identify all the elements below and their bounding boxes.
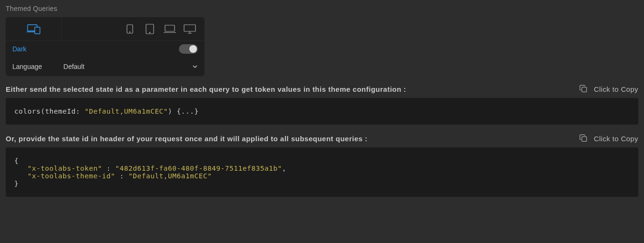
device-icons-group bbox=[124, 23, 196, 35]
language-row: Language Default bbox=[6, 57, 205, 76]
svg-point-4 bbox=[129, 31, 130, 32]
tablet-icon[interactable] bbox=[144, 23, 156, 35]
desc-row-1: Either send the selected state id as a p… bbox=[6, 85, 638, 93]
code-rest: {...} bbox=[172, 107, 198, 115]
dark-label: Dark bbox=[12, 45, 27, 53]
code-block-2: { "x-toolabs-token" : "482d613f-fa60-480… bbox=[6, 147, 638, 197]
code-param: themeId bbox=[45, 107, 76, 115]
copy-label: Click to Copy bbox=[594, 85, 638, 93]
desc-text-1: Either send the selected state id as a p… bbox=[6, 85, 406, 93]
devices-icon-active[interactable] bbox=[6, 17, 62, 40]
svg-rect-2 bbox=[35, 27, 40, 34]
toggle-knob bbox=[189, 45, 197, 53]
svg-rect-13 bbox=[582, 136, 587, 141]
language-label: Language bbox=[12, 63, 42, 70]
dark-toggle[interactable] bbox=[179, 44, 198, 54]
phone-icon[interactable] bbox=[124, 23, 136, 35]
language-value[interactable]: Default bbox=[63, 63, 84, 70]
dark-row: Dark bbox=[6, 41, 205, 57]
copy-label: Click to Copy bbox=[594, 135, 638, 143]
svg-rect-12 bbox=[582, 87, 587, 92]
code-key-1: "x-toolabs-token" bbox=[28, 165, 102, 172]
code-block-1: colors(themeId: "Default,UM6a1mCEC") {..… bbox=[6, 98, 638, 125]
config-panel: Dark Language Default bbox=[6, 17, 205, 76]
desc-row-2: Or, provide the state id in header of yo… bbox=[6, 134, 638, 143]
code-value: "Default,UM6a1mCEC" bbox=[85, 107, 168, 115]
chevron-down-icon[interactable] bbox=[192, 64, 198, 69]
copy-icon bbox=[579, 134, 588, 143]
desc-text-2: Or, provide the state id in header of yo… bbox=[6, 135, 368, 143]
desktop-icon[interactable] bbox=[184, 23, 196, 35]
svg-rect-7 bbox=[165, 25, 175, 31]
copy-button-2[interactable]: Click to Copy bbox=[579, 134, 638, 143]
device-row bbox=[6, 17, 205, 41]
code-val-1: "482d613f-fa60-480f-8849-7511ef835a1b" bbox=[115, 165, 282, 172]
code-val-2: "Default,UM6a1mCEC" bbox=[128, 172, 212, 180]
code-key-2: "x-toolabs-theme-id" bbox=[28, 172, 116, 180]
copy-icon bbox=[579, 85, 588, 93]
laptop-icon[interactable] bbox=[164, 23, 176, 35]
copy-button-1[interactable]: Click to Copy bbox=[579, 85, 638, 93]
svg-rect-9 bbox=[184, 25, 195, 31]
section-title: Themed Queries bbox=[6, 5, 638, 12]
code-fn: colors bbox=[14, 107, 40, 115]
svg-point-6 bbox=[149, 32, 150, 32]
